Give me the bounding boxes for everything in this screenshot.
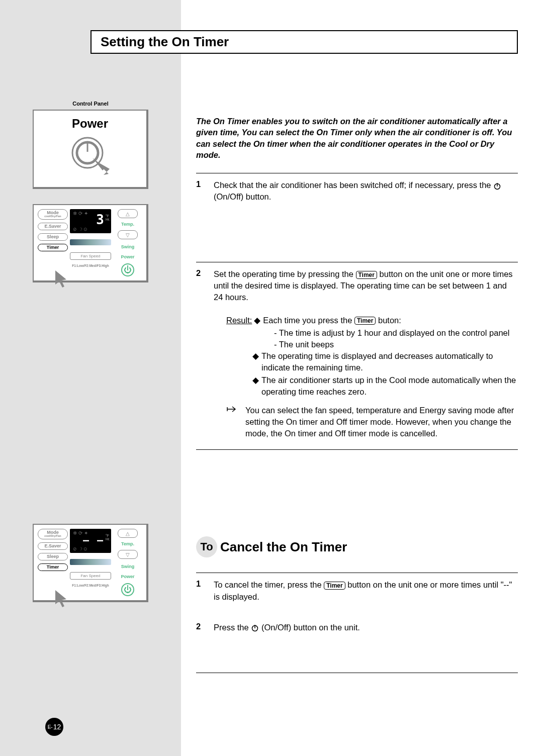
cursor-icon <box>51 589 71 609</box>
power-small-icon: ⏻ <box>121 263 134 276</box>
mode-button: Modecool/Dry/Fan <box>38 209 68 220</box>
fan-caption: F1:Low/F2:Med/F3:High <box>70 264 111 267</box>
mode-button: Modecool/Dry/Fan <box>38 529 68 539</box>
svg-marker-5 <box>55 270 66 288</box>
remote-display: ❄ ⟳ ✦ – – °FHr. ⊘ ☽ ⊙ <box>70 529 111 553</box>
result-block: Result: ◆ Each time you press the Timer … <box>226 315 518 398</box>
temp-down-icon: ▽ <box>118 230 138 239</box>
step-1: 1 Check that the air conditioner has bee… <box>196 179 518 203</box>
cursor-icon <box>51 269 71 290</box>
result-sub-1: - The time is adjust by 1 hour and displ… <box>274 327 518 339</box>
svg-marker-4 <box>93 158 105 170</box>
timer-inline-icon: Timer <box>356 271 377 279</box>
power-inline-icon <box>251 624 259 632</box>
power-icon <box>67 133 113 178</box>
sleep-button: Sleep <box>38 553 68 560</box>
timer-inline-icon: Timer <box>324 582 345 590</box>
power-small-label: Power <box>121 574 134 579</box>
remote-panel-1: Modecool/Dry/Fan E.Saver Sleep Timer ❄ ⟳… <box>33 204 148 282</box>
sidebar: Control Panel Power Modecool/Dry/Fan E.S… <box>0 0 181 756</box>
control-panel-label: Control Panel <box>10 101 171 107</box>
note-block: You can select the fan speed, temperatur… <box>226 405 518 439</box>
remote-display: ❄ ⟳ ✦ 3 °FHr. ⊘ ☽ ⊙ <box>70 209 111 233</box>
power-panel: Power <box>33 110 148 189</box>
esaver-button: E.Saver <box>38 542 68 550</box>
cancel-title: To Cancel the On Timer <box>196 536 518 557</box>
cancel-step-2: 2 Press the (On/Off) button on the unit. <box>196 622 518 633</box>
swing-label: Swing <box>121 564 135 569</box>
esaver-button: E.Saver <box>38 223 68 230</box>
temp-up-icon: △ <box>118 209 138 218</box>
temp-up-icon: △ <box>118 529 138 538</box>
temp-label: Temp. <box>121 222 134 227</box>
swing-label: Swing <box>121 244 135 249</box>
timer-button: Timer <box>38 244 68 251</box>
fan-speed-button: Fan Speed <box>70 252 111 260</box>
power-small-label: Power <box>121 254 134 259</box>
intro-text: The On Timer enables you to switch on th… <box>196 116 518 160</box>
temp-down-icon: ▽ <box>118 550 138 559</box>
page-number: E-12 <box>45 718 63 736</box>
power-small-icon: ⏻ <box>121 583 134 596</box>
sleep-button: Sleep <box>38 233 68 241</box>
temp-label: Temp. <box>121 541 134 546</box>
arrow-note-icon <box>226 405 239 413</box>
step-2: 2 Set the operating time by pressing the… <box>196 268 518 303</box>
power-label: Power <box>39 117 141 131</box>
timer-button: Timer <box>38 563 68 571</box>
result-sub-2: - The unit beeps <box>274 339 518 350</box>
fan-speed-button: Fan Speed <box>70 572 111 580</box>
svg-marker-6 <box>55 590 66 607</box>
timer-inline-icon: Timer <box>354 317 376 325</box>
fan-bar <box>70 559 111 565</box>
power-inline-icon <box>493 182 501 190</box>
cancel-step-1: 1 To cancel the timer, press the Timer b… <box>196 579 518 602</box>
fan-caption: F1:Low/F2:Med/F3:High <box>70 584 111 587</box>
page-title: Setting the On Timer <box>90 30 518 54</box>
fan-bar <box>70 239 111 245</box>
remote-panel-2: Modecool/Dry/Fan E.Saver Sleep Timer ❄ ⟳… <box>33 524 148 602</box>
main-content: The On Timer enables you to switch on th… <box>181 0 543 756</box>
